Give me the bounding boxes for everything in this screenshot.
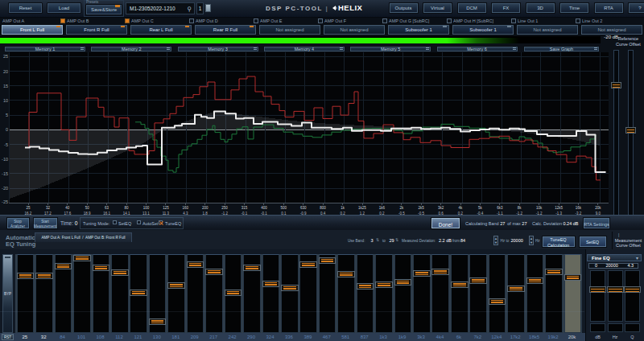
- svg-text:800: 800: [320, 206, 326, 210]
- svg-text:25: 25: [26, 206, 31, 210]
- svg-text:50: 50: [85, 206, 90, 210]
- svg-text:100: 100: [143, 206, 150, 210]
- svg-text:5: 5: [6, 113, 8, 117]
- svg-text:400: 400: [261, 206, 267, 210]
- svg-text:-5: -5: [4, 142, 8, 147]
- svg-text:160: 160: [183, 206, 189, 210]
- svg-text:20k: 20k: [595, 206, 601, 210]
- svg-text:200: 200: [202, 206, 208, 210]
- svg-text:1k6: 1k6: [379, 206, 386, 210]
- svg-text:1k: 1k: [341, 206, 345, 210]
- svg-text:5k: 5k: [478, 206, 483, 210]
- svg-text:125: 125: [163, 206, 169, 210]
- svg-text:500: 500: [281, 206, 287, 210]
- svg-text:32: 32: [46, 206, 51, 210]
- svg-text:40: 40: [65, 206, 70, 210]
- svg-text:6k3: 6k3: [497, 206, 503, 210]
- svg-text:10: 10: [3, 98, 8, 103]
- svg-text:2k5: 2k5: [419, 206, 425, 210]
- svg-text:1k25: 1k25: [358, 206, 366, 210]
- svg-text:250: 250: [221, 206, 228, 210]
- svg-text:3k2: 3k2: [438, 206, 444, 210]
- svg-text:-25: -25: [2, 199, 8, 204]
- svg-text:12k5: 12k5: [555, 206, 563, 210]
- svg-text:10k: 10k: [536, 206, 543, 210]
- svg-text:2k: 2k: [399, 206, 404, 210]
- svg-text:25: 25: [3, 54, 8, 59]
- svg-text:80: 80: [125, 206, 130, 210]
- svg-text:0: 0: [6, 127, 8, 132]
- svg-text:-10: -10: [2, 157, 8, 162]
- svg-text:-20: -20: [2, 186, 8, 191]
- svg-text:-15: -15: [2, 171, 8, 176]
- svg-text:4k: 4k: [459, 206, 464, 210]
- svg-text:20: 20: [3, 69, 8, 74]
- svg-text:315: 315: [242, 206, 248, 210]
- svg-text:630: 630: [300, 206, 307, 210]
- svg-text:8k: 8k: [518, 206, 522, 210]
- svg-text:16k: 16k: [576, 206, 582, 210]
- svg-text:63: 63: [105, 206, 109, 210]
- svg-text:15: 15: [3, 84, 8, 88]
